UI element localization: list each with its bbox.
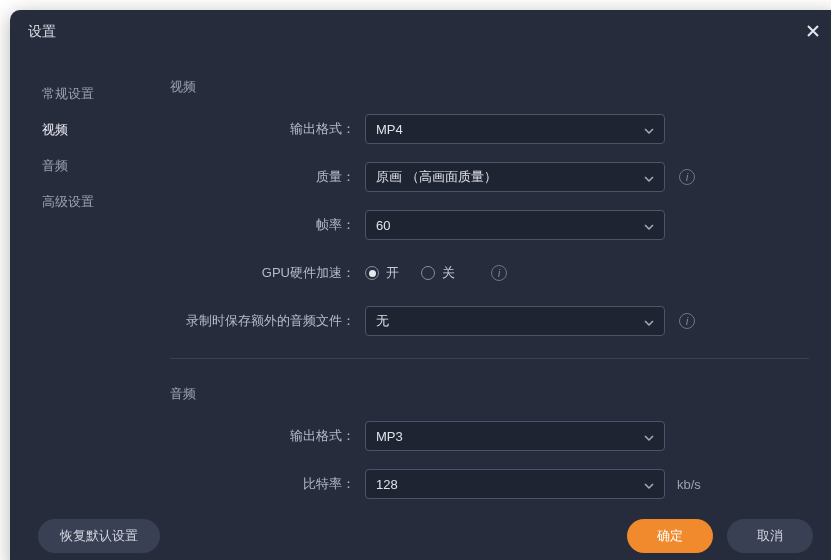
select-framerate[interactable]: 60 [365, 210, 665, 240]
sidebar-item-label: 常规设置 [42, 85, 94, 103]
divider [170, 358, 809, 359]
select-audio-format[interactable]: MP3 [365, 421, 665, 451]
radio-label: 开 [386, 264, 399, 282]
radio-gpu-on[interactable]: 开 [365, 264, 399, 282]
row-extra-audio: 录制时保存额外的音频文件： 无 i [170, 306, 809, 336]
row-output-format: 输出格式： MP4 [170, 114, 809, 144]
select-value: MP4 [376, 122, 403, 137]
sidebar: 常规设置 视频 音频 高级设置 [10, 54, 160, 502]
sidebar-item-label: 视频 [42, 121, 68, 139]
close-button[interactable] [803, 22, 823, 42]
close-icon [806, 24, 820, 41]
video-section-title: 视频 [170, 78, 809, 96]
sidebar-item-label: 高级设置 [42, 193, 94, 211]
audio-section-title: 音频 [170, 385, 809, 403]
select-value: 128 [376, 477, 398, 492]
settings-dialog: 设置 常规设置 视频 音频 高级设置 视频 输出格式： MP4 质量： [10, 10, 831, 560]
select-value: 60 [376, 218, 390, 233]
row-gpu-accel: GPU硬件加速： 开 关 i [170, 258, 809, 288]
row-bitrate: 比特率： 128 kb/s [170, 469, 809, 499]
ok-button[interactable]: 确定 [627, 519, 713, 553]
select-value: 无 [376, 312, 389, 330]
radio-dot-icon [365, 266, 379, 280]
select-extra-audio[interactable]: 无 [365, 306, 665, 336]
row-quality: 质量： 原画 （高画面质量） i [170, 162, 809, 192]
bitrate-unit: kb/s [677, 477, 701, 492]
sidebar-item-video[interactable]: 视频 [10, 112, 160, 148]
select-value: MP3 [376, 429, 403, 444]
radio-gpu-off[interactable]: 关 [421, 264, 455, 282]
dialog-title: 设置 [28, 23, 56, 41]
sidebar-item-advanced[interactable]: 高级设置 [10, 184, 160, 220]
label-framerate: 帧率： [170, 216, 365, 234]
radio-label: 关 [442, 264, 455, 282]
dialog-body: 常规设置 视频 音频 高级设置 视频 输出格式： MP4 质量： 原画 （高画面… [10, 54, 831, 502]
label-extra-audio: 录制时保存额外的音频文件： [170, 312, 365, 330]
label-bitrate: 比特率： [170, 475, 365, 493]
chevron-down-icon [644, 431, 654, 441]
select-value: 原画 （高画面质量） [376, 168, 497, 186]
footer: 恢复默认设置 确定 取消 [10, 502, 831, 560]
cancel-button[interactable]: 取消 [727, 519, 813, 553]
row-framerate: 帧率： 60 [170, 210, 809, 240]
select-output-format[interactable]: MP4 [365, 114, 665, 144]
info-icon-extra-audio[interactable]: i [679, 313, 695, 329]
label-audio-format: 输出格式： [170, 427, 365, 445]
restore-defaults-button[interactable]: 恢复默认设置 [38, 519, 160, 553]
row-audio-format: 输出格式： MP3 [170, 421, 809, 451]
select-quality[interactable]: 原画 （高画面质量） [365, 162, 665, 192]
label-output-format: 输出格式： [170, 120, 365, 138]
chevron-down-icon [644, 172, 654, 182]
sidebar-item-audio[interactable]: 音频 [10, 148, 160, 184]
select-bitrate[interactable]: 128 [365, 469, 665, 499]
info-icon-gpu[interactable]: i [491, 265, 507, 281]
chevron-down-icon [644, 124, 654, 134]
label-quality: 质量： [170, 168, 365, 186]
sidebar-item-label: 音频 [42, 157, 68, 175]
chevron-down-icon [644, 220, 654, 230]
chevron-down-icon [644, 479, 654, 489]
radio-group-gpu: 开 关 i [365, 258, 507, 288]
label-gpu-accel: GPU硬件加速： [170, 264, 365, 282]
chevron-down-icon [644, 316, 654, 326]
info-icon-quality[interactable]: i [679, 169, 695, 185]
radio-dot-icon [421, 266, 435, 280]
titlebar: 设置 [10, 10, 831, 54]
main-panel: 视频 输出格式： MP4 质量： 原画 （高画面质量） i 帧率： [160, 54, 831, 502]
sidebar-item-general[interactable]: 常规设置 [10, 76, 160, 112]
